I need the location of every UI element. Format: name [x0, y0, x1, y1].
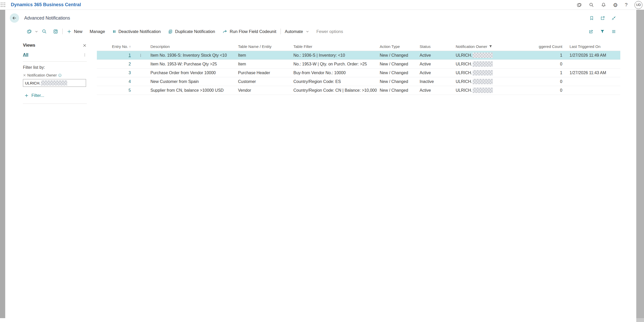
list-layout-icon[interactable]	[611, 29, 616, 34]
views-filter-panel: Views All Filter list by: Notification O…	[23, 43, 87, 104]
triggered-count-cell: 1	[539, 71, 564, 75]
redacted-owner	[473, 79, 493, 84]
copilot-icon[interactable]	[577, 2, 582, 8]
deactivate-button-label: Deactivate Notification	[118, 29, 161, 34]
user-avatar[interactable]: UD	[634, 1, 642, 9]
table-row[interactable]: 4 New Customer from Spain Customer Count…	[97, 77, 620, 86]
plus-icon	[24, 93, 29, 98]
view-item-all[interactable]: All	[23, 52, 28, 57]
column-header-table-filter[interactable]: Table Filter	[291, 44, 378, 49]
column-header-triggered-count[interactable]: Triggered Count	[539, 44, 564, 49]
run-flow-field-codeunit-button[interactable]: Run Flow Field Codeunit	[222, 29, 276, 34]
row-menu-dots-icon[interactable]	[139, 53, 143, 57]
main-area: Views All Filter list by: Notification O…	[5, 37, 636, 318]
column-header-status[interactable]: Status	[418, 44, 454, 49]
collapse-icon[interactable]	[611, 16, 616, 21]
status-cell: Active	[418, 62, 454, 66]
add-filter-button[interactable]: Filter...	[23, 93, 87, 98]
app-bar: Dynamics 365 Business Central ⚙ ? UD	[0, 0, 644, 10]
entry-no-link[interactable]: 2	[129, 62, 131, 66]
open-in-new-window-icon[interactable]	[600, 16, 605, 21]
analysis-mode-icon[interactable]	[53, 29, 58, 34]
entry-no-link[interactable]: 3	[129, 71, 131, 75]
entry-no-link[interactable]: 5	[129, 88, 131, 93]
table-row[interactable]: 3 Purchase Order from Vendor 10000 Purch…	[97, 69, 620, 77]
table-name-cell: Purchase Header	[236, 71, 291, 75]
bookmark-icon[interactable]	[589, 16, 594, 20]
column-filter-funnel-icon	[489, 45, 492, 48]
filter-funnel-icon[interactable]	[600, 29, 605, 34]
share-icon[interactable]	[588, 29, 594, 34]
app-launcher-waffle-icon[interactable]	[1, 3, 5, 7]
triggered-count-cell: 0	[539, 62, 564, 66]
copilot-menu-button[interactable]	[27, 29, 38, 34]
divider	[23, 104, 87, 104]
column-header-table-name[interactable]: Table Name / Entity	[236, 44, 291, 49]
new-button[interactable]: New	[67, 29, 82, 34]
views-panel-title: Views	[23, 43, 35, 48]
settings-gear-icon[interactable]: ⚙	[613, 2, 618, 8]
column-header-entry-no[interactable]: Entry No.↑	[97, 44, 133, 49]
copilot-icon	[27, 29, 32, 34]
owner-cell: ULRICH.	[454, 61, 539, 67]
table-name-cell: Item	[236, 62, 291, 66]
chevron-down-icon	[35, 30, 38, 33]
column-header-notification-owner[interactable]: Notification Owner	[454, 44, 539, 49]
app-title[interactable]: Dynamics 365 Business Central	[11, 2, 81, 7]
bottom-strip	[0, 318, 636, 322]
status-cell: Active	[418, 53, 454, 58]
description-cell: Purchase Order from Vendor 10000	[148, 71, 236, 75]
column-header-description[interactable]: Description	[148, 44, 236, 49]
run-flow-button-label: Run Flow Field Codeunit	[230, 29, 276, 34]
table-name-cell: Vendor	[236, 88, 291, 93]
add-filter-label: Filter...	[31, 93, 44, 98]
table-row[interactable]: 5 Supplier from CN, balance >10000 USD V…	[97, 86, 620, 95]
notification-owner-filter-input[interactable]: ULRICH.	[23, 79, 86, 87]
bottom-strip-right	[636, 318, 644, 322]
action-type-cell: New / Changed	[378, 88, 418, 93]
entry-no-link[interactable]: 4	[129, 79, 131, 84]
filter-input-value: ULRICH.	[25, 81, 40, 85]
table-filter-cell: Country/Region Code: CN | Balance: >10,0…	[291, 88, 378, 93]
chevron-down-icon	[306, 30, 309, 33]
help-icon[interactable]: ?	[625, 2, 628, 8]
search-list-icon[interactable]	[42, 29, 47, 34]
table-name-cell: Customer	[236, 79, 291, 84]
toolbar-divider	[281, 29, 281, 34]
plus-icon	[67, 29, 72, 34]
info-icon[interactable]	[58, 73, 62, 77]
table-name-cell: Item	[236, 53, 291, 58]
filter-chip-label: Notification Owner	[27, 73, 57, 77]
table-header-row: Entry No.↑ Description Table Name / Enti…	[97, 42, 620, 51]
manage-button[interactable]: Manage	[90, 29, 105, 34]
last-triggered-cell: 1/27/2026 11:43 AM	[564, 71, 620, 75]
automate-menu-button[interactable]: Automate	[285, 29, 309, 34]
filter-chip-notification-owner: Notification Owner	[23, 73, 87, 77]
triggered-count-cell: 0	[539, 79, 564, 84]
run-arrow-icon	[222, 29, 227, 34]
notifications-bell-icon[interactable]	[601, 2, 606, 7]
triggered-count-cell: 0	[539, 88, 564, 93]
back-button[interactable]	[10, 13, 19, 23]
table-row[interactable]: 2 Item No. 1953-W: Purchase Qty >25 Item…	[97, 60, 620, 69]
fewer-options-button[interactable]: Fewer options	[316, 29, 343, 34]
sort-ascending-icon: ↑	[129, 45, 131, 49]
owner-cell: ULRICH.	[454, 70, 539, 75]
page-header-actions	[589, 10, 616, 26]
table-row[interactable]: 1 Item No. 1936-S: Inventory Stock Qty <…	[97, 51, 620, 60]
deactivate-notification-button[interactable]: Deactivate Notification	[112, 29, 161, 34]
status-cell: Active	[418, 71, 454, 75]
view-options-dots-icon[interactable]	[83, 53, 87, 57]
owner-cell: ULRICH.	[454, 88, 539, 93]
search-icon[interactable]	[589, 2, 594, 7]
description-cell: Item No. 1953-W: Purchase Qty >25	[148, 62, 236, 66]
column-header-action-type[interactable]: Action Type	[378, 44, 418, 49]
duplicate-notification-button[interactable]: Duplicate Notification	[168, 29, 215, 34]
column-header-last-triggered-on[interactable]: Last Triggered On	[564, 44, 620, 49]
remove-filter-x-icon[interactable]	[23, 74, 26, 77]
close-icon[interactable]	[82, 43, 87, 48]
redacted-owner	[473, 88, 493, 93]
copy-pages-icon	[168, 29, 173, 34]
toolbar-divider	[62, 29, 63, 34]
entry-no-link[interactable]: 1	[129, 53, 131, 58]
